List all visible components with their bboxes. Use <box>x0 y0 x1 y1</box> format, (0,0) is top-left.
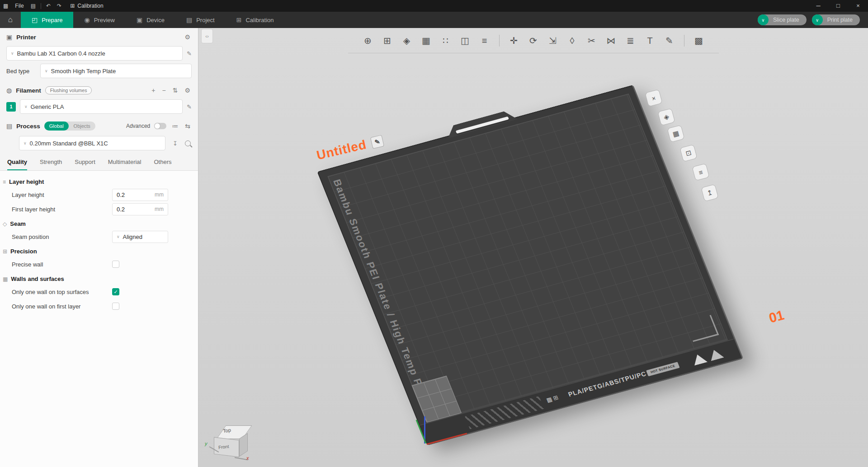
filament-edit-icon[interactable]: ✎ <box>187 103 192 110</box>
project-icon: ▤ <box>186 16 192 23</box>
row-first-layer-height: First layer height 0.2 mm <box>0 202 198 216</box>
add-filament-icon[interactable]: + <box>150 87 156 94</box>
row-one-wall-first-layer: Only one wall on first layer ✓ <box>0 299 198 313</box>
scope-objects-option[interactable]: Objects <box>69 123 95 129</box>
layers-icon[interactable]: ≡ <box>476 33 493 49</box>
plate-settings-icon[interactable]: ≡ <box>692 163 709 181</box>
save-preset-icon[interactable]: ↧ <box>173 140 178 147</box>
tab-calibration[interactable]: ⊞ Calibration <box>226 12 285 28</box>
variable-layer-height-icon[interactable]: ≣ <box>623 33 639 49</box>
toolbar-divider <box>684 35 684 47</box>
process-param-tabs: Quality Strength Support Multimaterial O… <box>0 155 198 171</box>
scope-global-option[interactable]: Global <box>44 121 69 131</box>
bed-type-label: Bed type <box>6 68 36 75</box>
plate-name-text: Untitled <box>315 137 368 163</box>
advanced-toggle[interactable] <box>154 123 166 129</box>
printer-edit-icon[interactable]: ✎ <box>187 50 192 57</box>
first-layer-height-input[interactable]: 0.2 mm <box>112 203 168 215</box>
row-layer-height: Layer height 0.2 mm <box>0 187 198 202</box>
file-menu[interactable]: File <box>11 3 27 9</box>
cut-icon[interactable]: ✂ <box>584 33 600 49</box>
move-plate-up-icon[interactable]: ↥ <box>701 184 718 201</box>
printer-settings-icon[interactable]: ⚙ <box>183 33 192 41</box>
maximize-button[interactable]: □ <box>828 0 848 12</box>
check-icon: ✓ <box>113 290 118 294</box>
tab-device[interactable]: ▣ Device <box>126 12 175 28</box>
row-precise-wall: Precise wall ✓ <box>0 257 198 271</box>
group-walls-surfaces: ▦ Walls and surfaces <box>0 271 198 285</box>
auto-orient-icon[interactable]: ◈ <box>399 33 415 49</box>
remove-filament-icon[interactable]: − <box>161 87 167 94</box>
new-project-icon[interactable]: ▤ <box>28 3 39 9</box>
titlebar: ▩ File ▤ ↶ ↷ ⊞ Calibration ─ □ × <box>0 0 868 12</box>
print-dropdown-icon[interactable]: ∨ <box>812 14 823 25</box>
ams-sync-icon[interactable]: ⇅ <box>171 87 179 94</box>
process-preset-select[interactable]: ∨ 0.20mm Standard @BBL X1C <box>19 136 165 150</box>
paint-tool-icon[interactable]: ✎ <box>661 33 678 49</box>
add-object-icon[interactable]: ⊕ <box>360 33 376 49</box>
chevron-down-icon: ∨ <box>45 69 48 73</box>
search-icon[interactable] <box>185 140 191 146</box>
tab-project[interactable]: ▤ Project <box>175 12 226 28</box>
split-to-objects-icon[interactable]: ∷ <box>438 33 454 49</box>
lock-plate-icon[interactable]: ⊡ <box>679 144 697 162</box>
arrange-plate-icon[interactable]: ▦ <box>667 125 684 142</box>
assembly-view-icon[interactable]: ▩ <box>691 33 707 49</box>
scale-icon[interactable]: ⇲ <box>545 33 561 49</box>
tab-prepare[interactable]: ◰ Prepare <box>21 12 73 28</box>
bed-type-select[interactable]: ∨ Smooth High Temp Plate <box>40 64 192 78</box>
filament-preset-select[interactable]: ∨ Generic PLA <box>20 99 183 114</box>
row-seam-position: Seam position ∨ Aligned <box>0 229 198 244</box>
filament-slot-badge[interactable]: 1 <box>6 102 16 112</box>
undo-icon[interactable]: ↶ <box>43 3 54 9</box>
slice-plate-button[interactable]: ∨ Slice plate <box>758 14 807 25</box>
orient-plate-icon[interactable]: ◈ <box>657 108 675 126</box>
process-transfer-icon[interactable]: ⇆ <box>184 122 192 130</box>
arrange-icon[interactable]: ▦ <box>418 33 434 49</box>
flushing-volumes-button[interactable]: Flushing volumes <box>45 86 92 94</box>
minimize-button[interactable]: ─ <box>808 0 828 12</box>
close-button[interactable]: × <box>848 0 868 12</box>
delete-plate-icon[interactable]: × <box>645 89 662 107</box>
orientation-cube[interactable]: Top Front y x <box>205 422 259 467</box>
tab-multimaterial[interactable]: Multimaterial <box>108 159 142 170</box>
print-plate-button[interactable]: ∨ Print plate <box>812 14 860 25</box>
viewport-3d[interactable]: ‹› ⊕ ⊞ ◈ ▦ ∷ ◫ ≡ ✛ ⟳ ⇲ ◊ ✂ ⋈ ≣ T ✎ ▩ Unt… <box>198 28 868 467</box>
process-list-icon[interactable]: ≔ <box>170 122 179 130</box>
process-scope-switch[interactable]: Global Objects <box>44 121 95 131</box>
one-wall-top-checkbox[interactable]: ✓ <box>112 288 119 295</box>
precise-wall-label: Precise wall <box>12 261 112 268</box>
viewport-toolbar: ⊕ ⊞ ◈ ▦ ∷ ◫ ≡ ✛ ⟳ ⇲ ◊ ✂ ⋈ ≣ T ✎ ▩ <box>348 28 719 53</box>
advanced-label: Advanced <box>126 123 150 129</box>
split-to-parts-icon[interactable]: ◫ <box>457 33 473 49</box>
layer-height-input[interactable]: 0.2 mm <box>112 189 168 201</box>
tab-preview-label: Preview <box>94 17 115 23</box>
seam-position-label: Seam position <box>12 234 112 240</box>
process-section-title: Process <box>16 123 40 130</box>
redo-icon[interactable]: ↷ <box>54 3 65 9</box>
rotate-icon[interactable]: ⟳ <box>525 33 542 49</box>
layer-height-group-icon: ≡ <box>3 179 6 185</box>
home-button[interactable]: ⌂ <box>0 12 21 28</box>
tab-strength[interactable]: Strength <box>40 159 62 170</box>
move-icon[interactable]: ✛ <box>506 33 522 49</box>
document-tab[interactable]: ⊞ Calibration <box>70 3 103 9</box>
text-tool-icon[interactable]: T <box>642 33 658 49</box>
mirror-icon[interactable]: ⋈ <box>603 33 619 49</box>
one-wall-first-layer-checkbox[interactable]: ✓ <box>112 303 119 310</box>
precise-wall-checkbox[interactable]: ✓ <box>112 261 119 268</box>
filament-settings-icon[interactable]: ⚙ <box>183 87 192 94</box>
slice-dropdown-icon[interactable]: ∨ <box>758 14 769 25</box>
seam-position-select[interactable]: ∨ Aligned <box>112 231 168 243</box>
place-on-face-icon[interactable]: ◊ <box>564 33 580 49</box>
tab-preview[interactable]: ◉ Preview <box>73 12 125 28</box>
seam-group-icon: ◇ <box>3 221 7 227</box>
tab-quality[interactable]: Quality <box>7 159 27 170</box>
sidebar-collapse-handle[interactable]: ‹› <box>201 29 213 43</box>
tab-support[interactable]: Support <box>75 159 95 170</box>
tab-others[interactable]: Others <box>154 159 171 170</box>
chevron-down-icon: ∨ <box>11 51 14 56</box>
add-plate-icon[interactable]: ⊞ <box>379 33 396 49</box>
printer-preset-select[interactable]: ∨ Bambu Lab X1 Carbon 0.4 nozzle <box>6 46 183 61</box>
plate-name-edit-icon[interactable]: ✎ <box>370 135 384 149</box>
